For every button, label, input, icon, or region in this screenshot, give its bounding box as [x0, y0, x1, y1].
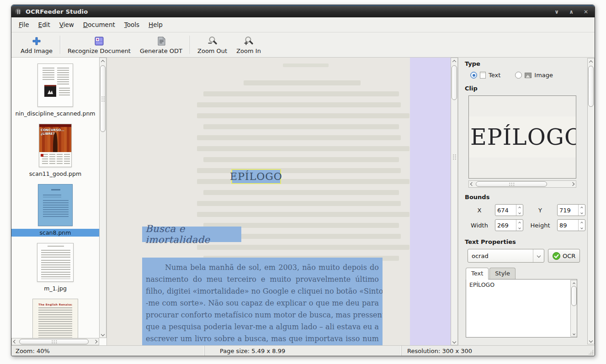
spin-up-button[interactable]	[579, 205, 585, 210]
spin-down-button[interactable]	[579, 210, 585, 216]
document-canvas[interactable]: EPÍLOGO Busca e imortalidade Numa bela m…	[107, 58, 458, 345]
zoom-out-label: Zoom Out	[197, 47, 227, 54]
bleedthrough-header	[283, 63, 329, 67]
recognized-text-area[interactable]: EPÍLOGO	[466, 279, 577, 338]
thumbnail-item-english-renaissance[interactable]: The English Renaissance of Art	[11, 299, 99, 338]
ocr-run-button[interactable]: OCR	[548, 249, 580, 263]
recognize-document-button[interactable]: Recognize Document	[63, 34, 135, 56]
pages-sidebar: nin_discipline_scanned.pnm CONCURSO... ¿…	[11, 58, 107, 345]
scrollbar-thumb[interactable]	[452, 65, 457, 100]
scroll-down-button[interactable]	[451, 338, 457, 345]
paragraph-line: nascimento do meu terceiro e muito prova…	[146, 274, 379, 285]
panel-vertical-scrollbar[interactable]	[587, 58, 595, 344]
menu-help[interactable]: Help	[144, 18, 167, 31]
ocr-box-heading[interactable]: Busca e imortalidade	[142, 227, 241, 242]
scroll-down-button[interactable]	[100, 331, 106, 338]
window-title: OCRFeeder Studio	[26, 8, 88, 15]
menu-edit[interactable]: Edit	[34, 18, 55, 31]
bounds-height-input[interactable]	[558, 220, 578, 231]
minimize-button[interactable]: ∨	[552, 9, 562, 15]
menu-tools[interactable]: Tools	[120, 18, 144, 31]
scrollbar-thumb[interactable]	[100, 65, 106, 132]
scrollbar-track[interactable]	[100, 64, 106, 331]
clip-image-band: EPÍLOGO	[469, 116, 576, 158]
scroll-down-button[interactable]	[571, 331, 577, 336]
titlebar[interactable]: OCRFeeder Studio ∨ ∧ ✕	[11, 5, 595, 17]
app-window: OCRFeeder Studio ∨ ∧ ✕ File Edit View Do…	[11, 5, 595, 356]
scroll-right-button[interactable]	[92, 338, 99, 345]
bounds-width-input[interactable]	[495, 220, 516, 231]
canvas-vertical-scrollbar[interactable]	[451, 58, 458, 345]
bounds-height-spinner[interactable]	[557, 219, 585, 231]
scroll-up-button[interactable]	[571, 280, 577, 285]
ocr-engine-select[interactable]: ocrad	[468, 249, 544, 263]
bounds-y-input[interactable]	[558, 205, 578, 216]
scroll-left-button[interactable]	[469, 181, 475, 187]
sidebar-horizontal-scrollbar[interactable]	[11, 338, 99, 345]
zoom-out-button[interactable]: Zoom Out	[193, 34, 232, 56]
scanned-page[interactable]: EPÍLOGO Busca e imortalidade Numa bela m…	[107, 58, 410, 345]
menu-view[interactable]: View	[55, 18, 79, 31]
scrollbar-thumb[interactable]	[19, 339, 89, 344]
scroll-up-button[interactable]	[588, 58, 594, 65]
image-radio-label[interactable]: Image	[534, 72, 553, 79]
text-radio-label[interactable]: Text	[489, 72, 500, 79]
bounds-x-spinner[interactable]	[495, 204, 523, 216]
generate-odt-button[interactable]: Generate ODT	[135, 34, 187, 56]
combo-dropdown-button[interactable]	[533, 249, 544, 262]
status-resolution: Resolution: 300 x 300	[402, 346, 595, 356]
scrollbar-thumb[interactable]	[571, 286, 577, 306]
text-radio-selected[interactable]	[470, 72, 477, 79]
bounds-x-label: X	[468, 207, 491, 214]
sidebar-vertical-scrollbar[interactable]	[99, 58, 106, 338]
zoom-in-label: Zoom In	[236, 47, 261, 54]
scrollbar-track[interactable]	[571, 285, 577, 331]
close-button[interactable]: ✕	[581, 9, 591, 15]
scrollbar-track[interactable]	[451, 64, 457, 338]
thumbnail-item-scan8[interactable]: scan8.pnm	[11, 184, 99, 237]
scrollbar-track[interactable]	[18, 338, 92, 345]
ocr-box-paragraph[interactable]: Numa bela manhã de sol, em 2003, não mui…	[142, 258, 383, 345]
textarea-vertical-scrollbar[interactable]	[570, 280, 577, 337]
tab-style[interactable]: Style	[489, 268, 516, 280]
scroll-down-button[interactable]	[588, 338, 594, 344]
scrollbar-track[interactable]	[475, 181, 569, 187]
scroll-right-button[interactable]	[569, 181, 576, 187]
zoom-in-button[interactable]: Zoom In	[232, 34, 266, 56]
bounds-width-spinner[interactable]	[495, 219, 523, 231]
thumbnail-item-scan11[interactable]: CONCURSO... ¿LIBRE? scan11_good.ppm	[11, 124, 99, 178]
ocr-check-icon	[553, 252, 560, 260]
thumbnail-item-nin-discipline[interactable]: nin_discipline_scanned.pnm	[11, 63, 99, 117]
add-image-button[interactable]: Add Image	[16, 34, 57, 56]
spin-down-button[interactable]	[516, 225, 523, 231]
scrollbar-thumb[interactable]	[476, 181, 547, 187]
clip-horizontal-scrollbar[interactable]	[468, 180, 576, 188]
scroll-up-button[interactable]	[451, 58, 457, 64]
bounds-x-input[interactable]	[495, 205, 516, 216]
chevron-right-icon	[94, 340, 97, 343]
status-page-size: Page size: 5.49 x 8.99	[205, 346, 402, 356]
spin-up-button[interactable]	[516, 205, 523, 210]
spin-up-button[interactable]	[579, 220, 585, 225]
bounds-y-spinner[interactable]	[557, 204, 585, 216]
image-radio[interactable]	[515, 72, 522, 79]
scrollbar-thumb[interactable]	[588, 66, 594, 107]
menu-document[interactable]: Document	[79, 18, 120, 31]
type-section-heading: Type	[465, 60, 585, 67]
clip-section-heading: Clip	[465, 85, 585, 92]
ocr-box-title-selected[interactable]: EPÍLOGO	[231, 169, 281, 184]
chevron-up-icon	[589, 60, 593, 64]
grip-icon	[51, 340, 57, 344]
thumbnail-item-m1[interactable]: m_1.jpg	[11, 243, 99, 292]
maximize-button[interactable]: ∧	[566, 9, 576, 15]
thumbnail-image	[38, 184, 73, 226]
scrollbar-track[interactable]	[588, 65, 594, 338]
scroll-up-button[interactable]	[100, 58, 106, 64]
menu-file[interactable]: File	[14, 18, 34, 31]
spin-up-button[interactable]	[516, 220, 523, 225]
spin-down-button[interactable]	[516, 210, 523, 216]
text-type-icon	[480, 72, 486, 79]
tab-text[interactable]: Text	[466, 268, 489, 280]
scroll-left-button[interactable]	[12, 338, 18, 345]
spin-down-button[interactable]	[579, 225, 585, 231]
